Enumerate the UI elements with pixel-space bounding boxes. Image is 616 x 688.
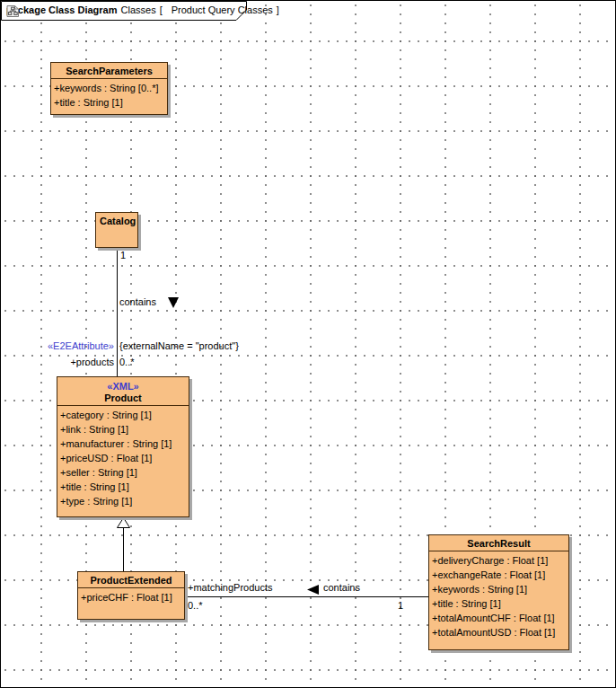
association-stereotype: «E2EAttribute» xyxy=(19,340,114,351)
diagram-frame-tab: package Class Diagram Classes [ Product … xyxy=(1,1,252,22)
generalization-arrow-icon xyxy=(117,517,130,528)
class-product[interactable]: «XML» Product +category : String [1] +li… xyxy=(57,376,189,517)
class-name: ProductExtended xyxy=(78,572,184,588)
diagram-canvas[interactable]: package Class Diagram Classes [ Product … xyxy=(0,0,616,688)
diagram-kind-label: package Class Diagram xyxy=(6,4,118,15)
direction-arrow-down-icon xyxy=(168,297,179,308)
class-searchresult[interactable]: SearchResult +deliveryCharge : Float [1]… xyxy=(428,534,569,650)
attribute: +title : String [1] xyxy=(60,480,186,494)
attribute: +link : String [1] xyxy=(60,422,186,437)
class-header: «XML» Product xyxy=(57,377,189,406)
role-products: +products xyxy=(19,357,114,367)
attribute: +manufacturer : String [1] xyxy=(60,437,186,451)
attribute: +keywords : String [1] xyxy=(432,582,566,596)
attribute: +keywords : String [0..*] xyxy=(54,81,164,95)
attribute: +totalAmountCHF : Float [1] xyxy=(432,611,566,625)
direction-arrow-left-icon xyxy=(307,585,319,595)
class-name: SearchResult xyxy=(429,535,568,551)
diagram-name-label: Product Query Classes xyxy=(172,4,273,15)
association-catalog-product[interactable] xyxy=(117,248,118,376)
class-name: Product xyxy=(104,393,142,403)
role-matchingproducts: +matchingProducts xyxy=(188,582,272,593)
class-productextended[interactable]: ProductExtended +priceCHF : Float [1] xyxy=(77,571,185,620)
multiplicity-searchresult-end: 1 xyxy=(398,600,403,611)
attribute: +exchangeRate : Float [1] xyxy=(432,568,566,582)
class-searchparameters[interactable]: SearchParameters +keywords : String [0..… xyxy=(50,62,168,115)
association-name-contains-horizontal: contains xyxy=(323,582,360,593)
multiplicity-matchingproducts-end: 0..* xyxy=(188,600,203,611)
attribute: +title : String [1] xyxy=(432,596,566,611)
class-catalog[interactable]: Catalog xyxy=(95,212,138,248)
bracket-close: ] xyxy=(277,4,279,15)
association-searchresult-productextended[interactable] xyxy=(185,596,428,597)
attribute: +priceUSD : Float [1] xyxy=(60,451,186,465)
attribute: +totalAmountUSD : Float [1] xyxy=(432,625,566,639)
generalization-productextended-product[interactable] xyxy=(123,527,124,571)
attribute: +deliveryCharge : Float [1] xyxy=(432,553,566,568)
attribute: +type : String [1] xyxy=(60,494,186,508)
attribute: +seller : String [1] xyxy=(60,465,186,480)
attribute: +category : String [1] xyxy=(60,408,186,422)
bracket-open: [ xyxy=(160,4,163,15)
class-name: Catalog xyxy=(96,213,137,228)
association-constraint: {externalName = "product"} xyxy=(119,340,239,351)
attribute: +title : String [1] xyxy=(54,95,164,110)
attribute: +priceCHF : Float [1] xyxy=(81,590,181,604)
multiplicity-products-end: 0..* xyxy=(119,357,135,367)
diagram-context-label: Classes xyxy=(121,4,156,15)
multiplicity-catalog-end: 1 xyxy=(120,250,126,260)
association-name-contains-vertical: contains xyxy=(119,296,156,307)
class-stereotype: «XML» xyxy=(61,380,185,393)
class-name: SearchParameters xyxy=(51,63,167,79)
